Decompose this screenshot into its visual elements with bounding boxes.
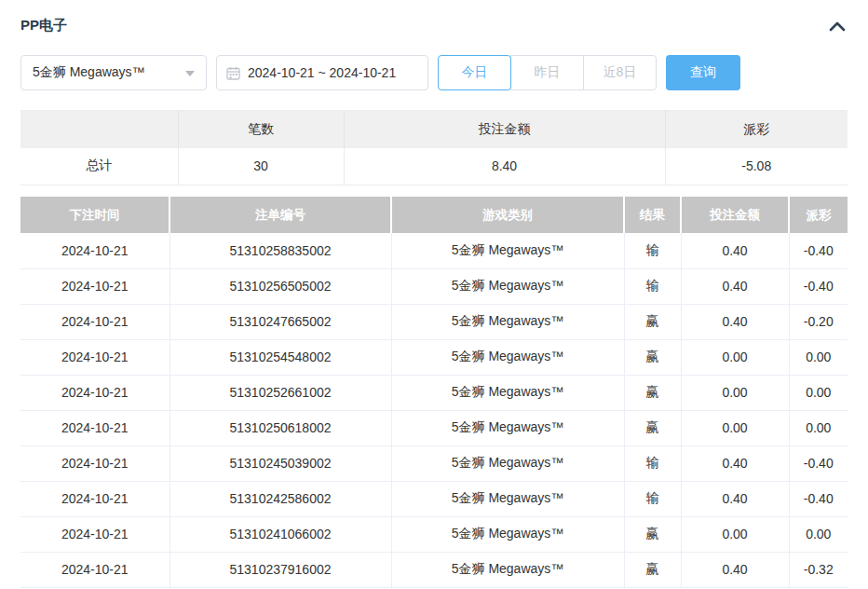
table-cell: 0.00 xyxy=(789,375,848,410)
table-cell: 0.40 xyxy=(681,481,789,516)
bet-records-table: 下注时间 注单编号 游戏类别 结果 投注金额 派彩 2024-10-215131… xyxy=(20,197,848,588)
chevron-up-icon xyxy=(829,21,846,32)
table-cell: -0.40 xyxy=(789,481,848,516)
yesterday-button[interactable]: 昨日 xyxy=(510,55,584,90)
table-cell: 2024-10-21 xyxy=(20,516,170,552)
summary-total-row: 总计 30 8.40 -5.08 xyxy=(20,148,848,185)
table-cell: 51310247665002 xyxy=(170,304,391,339)
table-row: 2024-10-21513102450390025金狮 Megaways™输0.… xyxy=(20,445,848,481)
table-row: 2024-10-21513102526610025金狮 Megaways™赢0.… xyxy=(20,375,848,410)
page-title: PP电子 xyxy=(20,17,67,34)
table-cell: 赢 xyxy=(624,552,681,587)
table-cell: 51310242586002 xyxy=(170,481,391,516)
summary-total-bet-amount: 8.40 xyxy=(344,148,665,185)
table-cell: 2024-10-21 xyxy=(20,410,170,445)
table-cell: 0.40 xyxy=(681,445,789,481)
query-button[interactable]: 查询 xyxy=(666,55,740,90)
table-cell: 2024-10-21 xyxy=(20,375,170,410)
table-cell: 5金狮 Megaways™ xyxy=(391,268,624,304)
table-cell: 0.00 xyxy=(681,339,789,375)
table-cell: 赢 xyxy=(624,304,681,339)
bet-table-header-row: 下注时间 注单编号 游戏类别 结果 投注金额 派彩 xyxy=(20,197,848,233)
last-8-days-button[interactable]: 近8日 xyxy=(583,55,657,90)
table-cell: 51310237916002 xyxy=(170,552,391,587)
table-cell: 0.00 xyxy=(681,410,789,445)
table-cell: -0.20 xyxy=(789,304,848,339)
date-range-value: 2024-10-21 ~ 2024-10-21 xyxy=(248,65,396,80)
calendar-icon xyxy=(226,66,240,80)
date-range-picker[interactable]: 2024-10-21 ~ 2024-10-21 xyxy=(216,55,428,90)
table-cell: -0.40 xyxy=(789,268,848,304)
table-row: 2024-10-21513102379160025金狮 Megaways™赢0.… xyxy=(20,552,848,587)
summary-total-label: 总计 xyxy=(20,148,178,185)
bet-records-panel: PP电子 5金狮 Megaways™ xyxy=(0,0,868,589)
table-cell: 2024-10-21 xyxy=(20,445,170,481)
table-cell: 5金狮 Megaways™ xyxy=(391,233,624,268)
table-row: 2024-10-21513102476650025金狮 Megaways™赢0.… xyxy=(20,304,848,339)
chevron-down-icon xyxy=(185,71,195,76)
table-cell: 5金狮 Megaways™ xyxy=(391,552,624,587)
table-cell: 5金狮 Megaways™ xyxy=(391,339,624,375)
table-cell: 0.40 xyxy=(681,268,789,304)
game-select[interactable]: 5金狮 Megaways™ xyxy=(20,55,207,90)
table-cell: 输 xyxy=(624,233,681,268)
table-cell: 5金狮 Megaways™ xyxy=(391,481,624,516)
table-cell: 5金狮 Megaways™ xyxy=(391,445,624,481)
summary-header-row: 笔数 投注金额 派彩 xyxy=(20,111,848,148)
table-cell: -0.40 xyxy=(789,445,848,481)
table-cell: 输 xyxy=(624,445,681,481)
table-cell: 0.00 xyxy=(789,410,848,445)
table-cell: 2024-10-21 xyxy=(20,233,170,268)
summary-header-payout: 派彩 xyxy=(665,111,848,148)
table-cell: 51310241066002 xyxy=(170,516,391,552)
summary-header-empty xyxy=(20,111,178,148)
table-cell: 0.40 xyxy=(681,552,789,587)
collapse-panel-button[interactable] xyxy=(827,19,848,34)
header-game-category: 游戏类别 xyxy=(391,197,624,233)
summary-total-count: 30 xyxy=(178,148,344,185)
table-cell: 5金狮 Megaways™ xyxy=(391,304,624,339)
table-cell: 51310245039002 xyxy=(170,445,391,481)
table-cell: 5金狮 Megaways™ xyxy=(391,410,624,445)
table-row: 2024-10-21513102588350025金狮 Megaways™输0.… xyxy=(20,233,848,268)
quick-range-button-group: 今日 昨日 近8日 xyxy=(438,55,657,90)
table-cell: 输 xyxy=(624,268,681,304)
summary-header-bet-amount: 投注金额 xyxy=(344,111,665,148)
table-cell: 0.40 xyxy=(681,304,789,339)
table-cell: 赢 xyxy=(624,410,681,445)
table-cell: 51310250618002 xyxy=(170,410,391,445)
header-bet-amount: 投注金额 xyxy=(681,197,789,233)
table-cell: 5金狮 Megaways™ xyxy=(391,375,624,410)
table-cell: 2024-10-21 xyxy=(20,339,170,375)
today-button[interactable]: 今日 xyxy=(438,55,511,90)
game-select-value: 5金狮 Megaways™ xyxy=(33,64,145,81)
table-cell: -0.32 xyxy=(789,552,848,587)
table-cell: 0.00 xyxy=(789,516,848,552)
summary-table: 笔数 投注金额 派彩 总计 30 8.40 -5.08 xyxy=(20,110,848,185)
table-cell: 2024-10-21 xyxy=(20,552,170,587)
table-cell: 51310252661002 xyxy=(170,375,391,410)
summary-total-payout: -5.08 xyxy=(665,148,848,185)
table-cell: 0.40 xyxy=(681,233,789,268)
header-bet-id: 注单编号 xyxy=(170,197,391,233)
bet-table-body: 2024-10-21513102588350025金狮 Megaways™输0.… xyxy=(20,233,848,587)
table-row: 2024-10-21513102425860025金狮 Megaways™输0.… xyxy=(20,481,848,516)
header-payout: 派彩 xyxy=(789,197,848,233)
table-cell: 51310256505002 xyxy=(170,268,391,304)
summary-header-count: 笔数 xyxy=(178,111,344,148)
table-cell: 51310254548002 xyxy=(170,339,391,375)
header-result: 结果 xyxy=(624,197,681,233)
table-cell: 赢 xyxy=(624,516,681,552)
table-row: 2024-10-21513102565050025金狮 Megaways™输0.… xyxy=(20,268,848,304)
table-cell: 0.00 xyxy=(789,339,848,375)
table-cell: 赢 xyxy=(624,375,681,410)
table-cell: 输 xyxy=(624,481,681,516)
table-row: 2024-10-21513102410660025金狮 Megaways™赢0.… xyxy=(20,516,848,552)
filter-bar: 5金狮 Megaways™ 2024-10-21 ~ 2024-10-21 今 xyxy=(20,55,848,90)
table-cell: -0.40 xyxy=(789,233,848,268)
table-cell: 2024-10-21 xyxy=(20,481,170,516)
table-row: 2024-10-21513102506180025金狮 Megaways™赢0.… xyxy=(20,410,848,445)
table-cell: 2024-10-21 xyxy=(20,268,170,304)
header-bet-time: 下注时间 xyxy=(20,197,170,233)
panel-header: PP电子 xyxy=(20,0,848,34)
